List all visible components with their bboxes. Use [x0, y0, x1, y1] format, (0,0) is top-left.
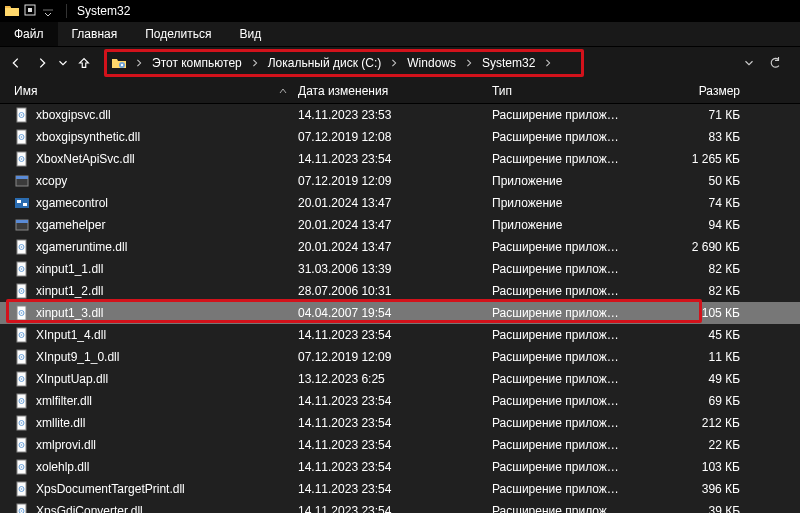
tab-view[interactable]: Вид [225, 22, 275, 46]
file-icon [14, 481, 30, 497]
chevron-right-icon[interactable] [462, 56, 476, 70]
file-name: XpsGdiConverter.dll [36, 504, 143, 513]
ribbon-tabs: Файл Главная Поделиться Вид [0, 22, 800, 46]
sort-asc-icon [276, 86, 290, 96]
file-row[interactable]: xgamehelper20.01.2024 13:47Приложение94 … [0, 214, 800, 236]
file-type: Приложение [492, 218, 624, 232]
file-row[interactable]: xinput1_3.dll04.04.2007 19:54Расширение … [0, 302, 800, 324]
breadcrumb-item[interactable]: Windows [401, 51, 462, 75]
file-name: xolehlp.dll [36, 460, 89, 474]
svg-rect-16 [23, 203, 27, 206]
file-size: 49 КБ [624, 372, 764, 386]
file-name: xinput1_2.dll [36, 284, 103, 298]
file-row[interactable]: xolehlp.dll14.11.2023 23:54Расширение пр… [0, 456, 800, 478]
column-type[interactable]: Тип [492, 84, 624, 98]
svg-point-27 [21, 290, 23, 292]
address-dropdown-icon[interactable] [738, 52, 760, 74]
column-headers: Имя Дата изменения Тип Размер [0, 78, 800, 104]
column-size[interactable]: Размер [624, 84, 764, 98]
file-row[interactable]: xmlprovi.dll14.11.2023 23:54Расширение п… [0, 434, 800, 456]
file-row[interactable]: xcopy07.12.2019 12:09Приложение50 КБ [0, 170, 800, 192]
column-name[interactable]: Имя [14, 84, 298, 98]
file-icon [14, 371, 30, 387]
file-row[interactable]: xmlfilter.dll14.11.2023 23:54Расширение … [0, 390, 800, 412]
file-name: xinput1_1.dll [36, 262, 103, 276]
column-label: Дата изменения [298, 84, 388, 98]
breadcrumb-item[interactable]: Локальный диск (C:) [262, 51, 388, 75]
tab-home[interactable]: Главная [58, 22, 132, 46]
file-size: 1 265 КБ [624, 152, 764, 166]
separator [66, 4, 67, 18]
file-list[interactable]: xboxgipsvc.dll14.11.2023 23:53Расширение… [0, 104, 800, 513]
file-row[interactable]: XInput1_4.dll14.11.2023 23:54Расширение … [0, 324, 800, 346]
breadcrumb-item[interactable]: Этот компьютер [146, 51, 248, 75]
file-name: xgameruntime.dll [36, 240, 127, 254]
file-row[interactable]: XInputUap.dll13.12.2023 6:25Расширение п… [0, 368, 800, 390]
file-date: 14.11.2023 23:54 [298, 416, 492, 430]
file-row[interactable]: XpsDocumentTargetPrint.dll14.11.2023 23:… [0, 478, 800, 500]
file-row[interactable]: xmllite.dll14.11.2023 23:54Расширение пр… [0, 412, 800, 434]
svg-point-2 [121, 63, 123, 65]
file-icon [14, 459, 30, 475]
file-type: Расширение прилож… [492, 152, 624, 166]
forward-button[interactable] [30, 51, 54, 75]
file-date: 20.01.2024 13:47 [298, 218, 492, 232]
chevron-down-icon[interactable] [40, 3, 56, 19]
svg-point-24 [21, 268, 23, 270]
svg-rect-13 [16, 176, 28, 179]
file-type: Расширение прилож… [492, 108, 624, 122]
file-name: XboxNetApiSvc.dll [36, 152, 135, 166]
refresh-button[interactable] [764, 52, 786, 74]
file-row[interactable]: xboxgipsynthetic.dll07.12.2019 12:08Расш… [0, 126, 800, 148]
file-icon [14, 327, 30, 343]
file-size: 82 КБ [624, 284, 764, 298]
file-row[interactable]: xgameruntime.dll20.01.2024 13:47Расширен… [0, 236, 800, 258]
file-icon [14, 173, 30, 189]
svg-point-5 [21, 114, 23, 116]
file-row[interactable]: XInput9_1_0.dll07.12.2019 12:09Расширени… [0, 346, 800, 368]
file-icon [14, 349, 30, 365]
file-type: Расширение прилож… [492, 460, 624, 474]
file-date: 13.12.2023 6:25 [298, 372, 492, 386]
file-type: Расширение прилож… [492, 416, 624, 430]
column-label: Имя [14, 84, 37, 98]
file-row[interactable]: xinput1_2.dll28.07.2006 10:31Расширение … [0, 280, 800, 302]
file-date: 28.07.2006 10:31 [298, 284, 492, 298]
file-row[interactable]: XboxNetApiSvc.dll14.11.2023 23:54Расшире… [0, 148, 800, 170]
file-date: 14.11.2023 23:54 [298, 438, 492, 452]
file-size: 105 КБ [624, 306, 764, 320]
breadcrumb-item[interactable]: System32 [476, 51, 541, 75]
file-name: xgamecontrol [36, 196, 108, 210]
column-date[interactable]: Дата изменения [298, 84, 492, 98]
chevron-right-icon[interactable] [132, 56, 146, 70]
pin-icon[interactable] [22, 3, 38, 19]
file-type: Расширение прилож… [492, 328, 624, 342]
back-button[interactable] [4, 51, 28, 75]
file-name: xmllite.dll [36, 416, 85, 430]
address-bar[interactable]: Этот компьютер Локальный диск (C:) Windo… [104, 51, 790, 75]
svg-point-36 [21, 356, 23, 358]
chevron-right-icon[interactable] [248, 56, 262, 70]
file-row[interactable]: xinput1_1.dll31.03.2006 13:39Расширение … [0, 258, 800, 280]
file-size: 45 КБ [624, 328, 764, 342]
file-icon [14, 129, 30, 145]
file-icon [14, 217, 30, 233]
recent-dropdown-icon[interactable] [56, 51, 70, 75]
file-row[interactable]: XpsGdiConverter.dll14.11.2023 23:54Расши… [0, 500, 800, 513]
file-name: xcopy [36, 174, 67, 188]
file-date: 07.12.2019 12:08 [298, 130, 492, 144]
chevron-right-icon[interactable] [541, 56, 555, 70]
file-date: 07.12.2019 12:09 [298, 350, 492, 364]
file-icon [14, 107, 30, 123]
tab-share[interactable]: Поделиться [131, 22, 225, 46]
up-button[interactable] [72, 51, 96, 75]
file-date: 14.11.2023 23:54 [298, 482, 492, 496]
file-type: Расширение прилож… [492, 394, 624, 408]
file-type: Приложение [492, 174, 624, 188]
file-row[interactable]: xboxgipsvc.dll14.11.2023 23:53Расширение… [0, 104, 800, 126]
file-row[interactable]: xgamecontrol20.01.2024 13:47Приложение74… [0, 192, 800, 214]
chevron-right-icon[interactable] [387, 56, 401, 70]
window-title: System32 [77, 4, 130, 18]
tab-file[interactable]: Файл [0, 22, 58, 46]
file-icon [14, 239, 30, 255]
